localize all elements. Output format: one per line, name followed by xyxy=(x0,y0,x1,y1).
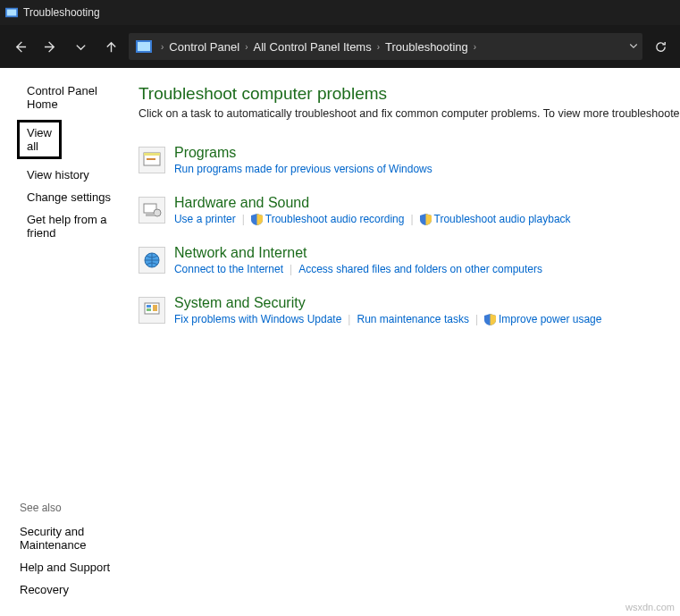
category-system-title[interactable]: System and Security xyxy=(174,295,680,311)
breadcrumb-all-items[interactable]: All Control Panel Items xyxy=(253,40,371,54)
category-network: Network and Internet Connect to the Inte… xyxy=(139,245,680,275)
content: Control Panel Home View all View history… xyxy=(0,68,680,616)
back-button[interactable] xyxy=(7,34,32,59)
shield-icon xyxy=(484,314,496,325)
shield-icon xyxy=(251,214,263,225)
sidebar-control-panel-home[interactable]: Control Panel Home xyxy=(27,84,117,111)
category-network-title[interactable]: Network and Internet xyxy=(174,245,680,261)
titlebar: Troubleshooting xyxy=(0,0,680,25)
chevron-right-icon: › xyxy=(245,42,248,52)
category-programs: Programs Run programs made for previous … xyxy=(139,145,680,175)
chevron-right-icon: › xyxy=(377,42,380,52)
link-run-previous-versions[interactable]: Run programs made for previous versions … xyxy=(174,163,432,175)
svg-rect-1 xyxy=(7,10,17,16)
svg-rect-9 xyxy=(146,214,155,216)
category-hardware-title[interactable]: Hardware and Sound xyxy=(174,195,680,211)
refresh-button[interactable] xyxy=(648,34,673,59)
svg-rect-12 xyxy=(147,305,151,308)
sidebar-security-maintenance[interactable]: Security and Maintenance xyxy=(20,525,117,552)
sidebar-change-settings[interactable]: Change settings xyxy=(27,190,117,204)
sidebar-get-help-friend[interactable]: Get help from a friend xyxy=(27,213,117,240)
link-connect-internet[interactable]: Connect to the Internet xyxy=(174,263,283,275)
chevron-right-icon: › xyxy=(474,42,476,52)
link-shared-files[interactable]: Access shared files and folders on other… xyxy=(298,263,542,275)
breadcrumb-troubleshooting[interactable]: Troubleshooting xyxy=(385,40,468,54)
page-heading: Troubleshoot computer problems xyxy=(139,84,680,104)
svg-rect-6 xyxy=(147,158,155,160)
link-audio-recording[interactable]: Troubleshoot audio recording xyxy=(251,213,405,225)
sidebar-help-support[interactable]: Help and Support xyxy=(20,561,117,574)
breadcrumb-control-panel[interactable]: Control Panel xyxy=(169,40,239,54)
svg-rect-5 xyxy=(144,153,160,156)
up-button[interactable] xyxy=(98,34,123,59)
network-icon xyxy=(139,247,165,274)
address-dropdown[interactable] xyxy=(628,40,639,54)
chevron-right-icon: › xyxy=(161,42,164,52)
link-windows-update[interactable]: Fix problems with Windows Update xyxy=(174,313,341,325)
recent-dropdown[interactable] xyxy=(68,34,93,59)
link-maintenance-tasks[interactable]: Run maintenance tasks xyxy=(357,313,468,325)
svg-point-8 xyxy=(154,209,161,216)
control-panel-icon xyxy=(5,6,18,19)
category-programs-title[interactable]: Programs xyxy=(174,145,680,161)
sidebar-view-all[interactable]: View all xyxy=(17,120,62,159)
svg-rect-3 xyxy=(138,42,150,51)
svg-rect-13 xyxy=(147,308,151,311)
link-use-printer[interactable]: Use a printer xyxy=(174,213,236,225)
sidebar: Control Panel Home View all View history… xyxy=(0,68,117,616)
hardware-icon xyxy=(139,197,165,224)
svg-rect-14 xyxy=(153,305,157,311)
main-panel: Troubleshoot computer problems Click on … xyxy=(117,68,680,616)
sidebar-recovery[interactable]: Recovery xyxy=(20,583,117,596)
window-title: Troubleshooting xyxy=(23,6,100,19)
page-description: Click on a task to automatically trouble… xyxy=(139,107,680,120)
address-bar[interactable]: › Control Panel › All Control Panel Item… xyxy=(129,33,642,60)
forward-button[interactable] xyxy=(38,34,63,59)
category-hardware: Hardware and Sound Use a printer | Troub… xyxy=(139,195,680,225)
category-system: System and Security Fix problems with Wi… xyxy=(139,295,680,325)
see-also-label: See also xyxy=(20,502,117,514)
control-panel-icon xyxy=(136,40,152,53)
system-icon xyxy=(139,297,165,324)
link-audio-playback[interactable]: Troubleshoot audio playback xyxy=(420,213,571,225)
watermark: wsxdn.com xyxy=(625,602,675,612)
programs-icon xyxy=(139,147,165,173)
link-power-usage[interactable]: Improve power usage xyxy=(484,313,601,325)
navbar: › Control Panel › All Control Panel Item… xyxy=(0,25,680,68)
shield-icon xyxy=(420,214,432,225)
sidebar-view-history[interactable]: View history xyxy=(27,168,117,181)
